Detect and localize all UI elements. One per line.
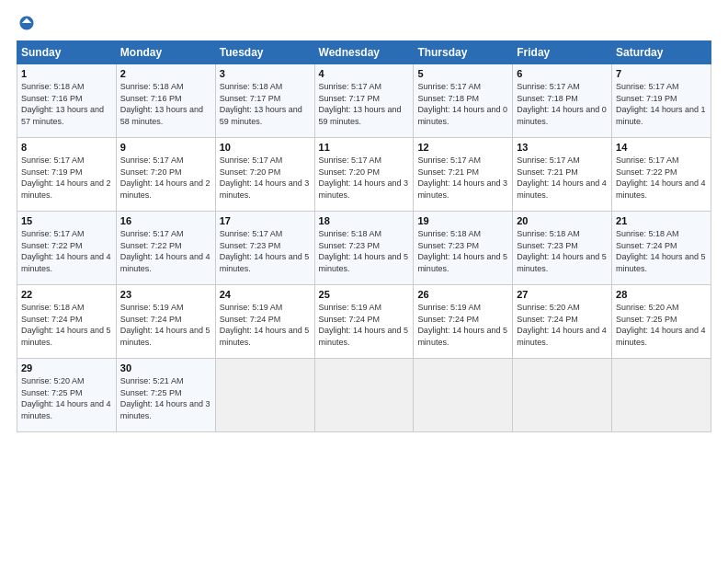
calendar-page: SundayMondayTuesdayWednesdayThursdayFrid… <box>0 0 728 563</box>
calendar-cell: 30 Sunrise: 5:21 AM Sunset: 7:25 PM Dayl… <box>116 359 215 432</box>
day-info: Sunrise: 5:18 AM Sunset: 7:24 PM Dayligh… <box>21 302 112 348</box>
calendar-cell: 5 Sunrise: 5:17 AM Sunset: 7:18 PM Dayli… <box>414 64 513 138</box>
day-info: Sunrise: 5:21 AM Sunset: 7:25 PM Dayligh… <box>120 375 211 421</box>
day-number: 16 <box>120 215 211 226</box>
day-info: Sunrise: 5:17 AM Sunset: 7:18 PM Dayligh… <box>417 81 508 127</box>
header <box>17 15 711 31</box>
day-info: Sunrise: 5:18 AM Sunset: 7:24 PM Dayligh… <box>616 228 707 274</box>
logo-icon <box>18 15 35 31</box>
day-info: Sunrise: 5:18 AM Sunset: 7:16 PM Dayligh… <box>120 81 211 127</box>
day-info: Sunrise: 5:20 AM Sunset: 7:24 PM Dayligh… <box>517 302 608 348</box>
day-info: Sunrise: 5:19 AM Sunset: 7:24 PM Dayligh… <box>417 302 508 348</box>
day-number: 25 <box>319 289 410 300</box>
day-number: 13 <box>517 142 608 153</box>
calendar-cell: 25 Sunrise: 5:19 AM Sunset: 7:24 PM Dayl… <box>314 285 414 359</box>
calendar-week-4: 22 Sunrise: 5:18 AM Sunset: 7:24 PM Dayl… <box>17 285 711 359</box>
calendar-cell: 20 Sunrise: 5:18 AM Sunset: 7:23 PM Dayl… <box>513 212 612 285</box>
day-number: 30 <box>120 362 211 373</box>
day-number: 3 <box>220 68 311 79</box>
calendar-cell: 9 Sunrise: 5:17 AM Sunset: 7:20 PM Dayli… <box>116 138 215 212</box>
day-info: Sunrise: 5:17 AM Sunset: 7:23 PM Dayligh… <box>220 228 311 274</box>
calendar-cell <box>414 359 513 432</box>
day-header-saturday: Saturday <box>612 41 711 64</box>
calendar-cell: 14 Sunrise: 5:17 AM Sunset: 7:22 PM Dayl… <box>612 138 711 212</box>
day-number: 6 <box>517 68 608 79</box>
calendar-body: 1 Sunrise: 5:18 AM Sunset: 7:16 PM Dayli… <box>17 64 711 432</box>
calendar-table: SundayMondayTuesdayWednesdayThursdayFrid… <box>17 40 711 432</box>
calendar-week-3: 15 Sunrise: 5:17 AM Sunset: 7:22 PM Dayl… <box>17 212 711 285</box>
day-info: Sunrise: 5:17 AM Sunset: 7:20 PM Dayligh… <box>120 155 211 201</box>
day-header-thursday: Thursday <box>414 41 513 64</box>
day-number: 21 <box>616 215 707 226</box>
calendar-cell: 28 Sunrise: 5:20 AM Sunset: 7:25 PM Dayl… <box>612 285 711 359</box>
calendar-cell: 22 Sunrise: 5:18 AM Sunset: 7:24 PM Dayl… <box>17 285 117 359</box>
calendar-cell: 27 Sunrise: 5:20 AM Sunset: 7:24 PM Dayl… <box>513 285 612 359</box>
calendar-cell: 2 Sunrise: 5:18 AM Sunset: 7:16 PM Dayli… <box>116 64 215 138</box>
calendar-week-5: 29 Sunrise: 5:20 AM Sunset: 7:25 PM Dayl… <box>17 359 711 432</box>
calendar-cell: 24 Sunrise: 5:19 AM Sunset: 7:24 PM Dayl… <box>215 285 314 359</box>
day-number: 28 <box>616 289 707 300</box>
calendar-week-1: 1 Sunrise: 5:18 AM Sunset: 7:16 PM Dayli… <box>17 64 711 138</box>
day-number: 15 <box>21 215 112 226</box>
calendar-cell: 6 Sunrise: 5:17 AM Sunset: 7:18 PM Dayli… <box>513 64 612 138</box>
day-number: 4 <box>319 68 410 79</box>
calendar-header-row: SundayMondayTuesdayWednesdayThursdayFrid… <box>17 41 711 64</box>
day-number: 26 <box>417 289 508 300</box>
day-number: 24 <box>220 289 311 300</box>
day-info: Sunrise: 5:19 AM Sunset: 7:24 PM Dayligh… <box>220 302 311 348</box>
calendar-cell: 8 Sunrise: 5:17 AM Sunset: 7:19 PM Dayli… <box>17 138 117 212</box>
day-info: Sunrise: 5:19 AM Sunset: 7:24 PM Dayligh… <box>319 302 410 348</box>
day-number: 29 <box>21 362 112 373</box>
day-number: 7 <box>616 68 707 79</box>
calendar-cell: 10 Sunrise: 5:17 AM Sunset: 7:20 PM Dayl… <box>215 138 314 212</box>
calendar-cell: 1 Sunrise: 5:18 AM Sunset: 7:16 PM Dayli… <box>17 64 117 138</box>
day-number: 2 <box>120 68 211 79</box>
day-info: Sunrise: 5:17 AM Sunset: 7:17 PM Dayligh… <box>319 81 410 127</box>
day-number: 18 <box>319 215 410 226</box>
day-info: Sunrise: 5:18 AM Sunset: 7:23 PM Dayligh… <box>319 228 410 274</box>
day-info: Sunrise: 5:17 AM Sunset: 7:20 PM Dayligh… <box>220 155 311 201</box>
day-number: 19 <box>417 215 508 226</box>
day-info: Sunrise: 5:17 AM Sunset: 7:18 PM Dayligh… <box>517 81 608 127</box>
day-info: Sunrise: 5:17 AM Sunset: 7:22 PM Dayligh… <box>616 155 707 201</box>
calendar-cell: 26 Sunrise: 5:19 AM Sunset: 7:24 PM Dayl… <box>414 285 513 359</box>
day-number: 8 <box>21 142 112 153</box>
day-info: Sunrise: 5:18 AM Sunset: 7:23 PM Dayligh… <box>517 228 608 274</box>
calendar-cell <box>314 359 414 432</box>
day-info: Sunrise: 5:17 AM Sunset: 7:21 PM Dayligh… <box>417 155 508 201</box>
calendar-cell: 11 Sunrise: 5:17 AM Sunset: 7:20 PM Dayl… <box>314 138 414 212</box>
day-number: 22 <box>21 289 112 300</box>
day-number: 17 <box>220 215 311 226</box>
calendar-cell: 19 Sunrise: 5:18 AM Sunset: 7:23 PM Dayl… <box>414 212 513 285</box>
logo <box>17 15 37 31</box>
day-info: Sunrise: 5:17 AM Sunset: 7:22 PM Dayligh… <box>21 228 112 274</box>
day-number: 20 <box>517 215 608 226</box>
day-number: 14 <box>616 142 707 153</box>
calendar-cell: 18 Sunrise: 5:18 AM Sunset: 7:23 PM Dayl… <box>314 212 414 285</box>
day-info: Sunrise: 5:18 AM Sunset: 7:17 PM Dayligh… <box>220 81 311 127</box>
day-number: 12 <box>417 142 508 153</box>
calendar-cell: 16 Sunrise: 5:17 AM Sunset: 7:22 PM Dayl… <box>116 212 215 285</box>
day-info: Sunrise: 5:17 AM Sunset: 7:20 PM Dayligh… <box>319 155 410 201</box>
day-info: Sunrise: 5:17 AM Sunset: 7:21 PM Dayligh… <box>517 155 608 201</box>
day-header-wednesday: Wednesday <box>314 41 414 64</box>
calendar-cell: 7 Sunrise: 5:17 AM Sunset: 7:19 PM Dayli… <box>612 64 711 138</box>
day-header-sunday: Sunday <box>17 41 117 64</box>
calendar-cell: 15 Sunrise: 5:17 AM Sunset: 7:22 PM Dayl… <box>17 212 117 285</box>
day-info: Sunrise: 5:17 AM Sunset: 7:22 PM Dayligh… <box>120 228 211 274</box>
day-number: 27 <box>517 289 608 300</box>
calendar-cell <box>513 359 612 432</box>
day-number: 1 <box>21 68 112 79</box>
day-number: 10 <box>220 142 311 153</box>
day-number: 11 <box>319 142 410 153</box>
calendar-cell: 13 Sunrise: 5:17 AM Sunset: 7:21 PM Dayl… <box>513 138 612 212</box>
day-info: Sunrise: 5:18 AM Sunset: 7:16 PM Dayligh… <box>21 81 112 127</box>
calendar-cell: 29 Sunrise: 5:20 AM Sunset: 7:25 PM Dayl… <box>17 359 117 432</box>
day-header-monday: Monday <box>116 41 215 64</box>
day-info: Sunrise: 5:19 AM Sunset: 7:24 PM Dayligh… <box>120 302 211 348</box>
calendar-cell: 17 Sunrise: 5:17 AM Sunset: 7:23 PM Dayl… <box>215 212 314 285</box>
day-header-friday: Friday <box>513 41 612 64</box>
day-header-tuesday: Tuesday <box>215 41 314 64</box>
calendar-cell: 23 Sunrise: 5:19 AM Sunset: 7:24 PM Dayl… <box>116 285 215 359</box>
calendar-cell <box>215 359 314 432</box>
